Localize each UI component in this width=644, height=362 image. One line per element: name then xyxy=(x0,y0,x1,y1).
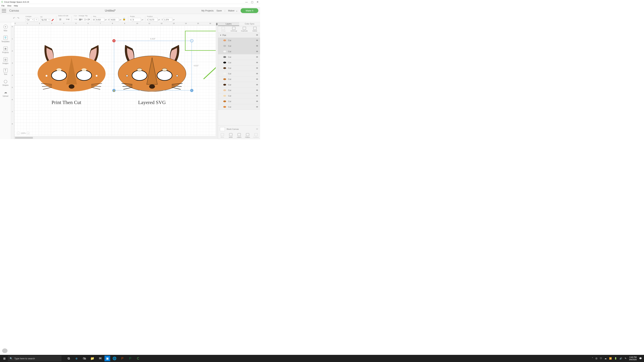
sidebar-shapes[interactable]: ◯Shapes xyxy=(0,78,11,88)
layer-group-fox[interactable]: ▼ Fox xyxy=(218,33,260,38)
visibility-toggle[interactable] xyxy=(256,94,258,97)
layer-item[interactable]: Cut xyxy=(218,71,260,76)
visibility-toggle[interactable] xyxy=(256,39,258,42)
layer-item[interactable]: Cut xyxy=(218,38,260,43)
select-all-icon[interactable]: ⊞ xyxy=(58,17,62,21)
ruler-tick: 3 xyxy=(12,62,13,64)
sidebar-projects[interactable]: ▦Projects xyxy=(0,45,11,55)
visibility-toggle[interactable] xyxy=(256,105,258,108)
select-all-label: Select All xyxy=(58,15,65,17)
selection-lock-handle[interactable]: 🔒 xyxy=(112,89,116,92)
menubar: File View Help xyxy=(0,4,260,7)
visibility-toggle[interactable] xyxy=(256,78,258,81)
layer-item[interactable]: Cut xyxy=(218,76,260,82)
lock-aspect-icon[interactable]: 🔒 xyxy=(122,17,126,21)
layer-item[interactable]: Cut xyxy=(218,65,260,71)
svg-point-25 xyxy=(223,84,226,86)
zoom-out-button[interactable]: − xyxy=(17,132,20,135)
zoom-in-button[interactable]: + xyxy=(26,132,30,135)
layer-item[interactable]: Cut xyxy=(218,93,260,99)
ruler-tick: 4 xyxy=(12,74,13,76)
menu-file[interactable]: File xyxy=(2,5,5,7)
x-input[interactable] xyxy=(149,18,158,21)
sidebar-new[interactable]: +New xyxy=(0,23,11,33)
sidebar-templates[interactable]: 👕Templates xyxy=(0,34,11,44)
linetype-help[interactable]: ? xyxy=(34,18,38,21)
edit-icon[interactable]: ✂▾ xyxy=(66,17,70,21)
ruler-tick: 2 xyxy=(39,22,40,24)
hamburger-menu[interactable] xyxy=(2,9,6,12)
canvas-color-selector[interactable]: Blank Canvas xyxy=(218,125,260,132)
svg-point-22 xyxy=(223,67,226,69)
layer-item[interactable]: Cut xyxy=(218,49,260,54)
sidebar-images[interactable]: ▧Images xyxy=(0,56,11,66)
layer-item[interactable]: Cut xyxy=(218,82,260,88)
close-button[interactable]: ✕ xyxy=(256,0,259,3)
visibility-toggle[interactable] xyxy=(256,50,258,53)
attach-button[interactable]: Attach xyxy=(235,133,243,138)
ruler-tick: 6 xyxy=(88,22,88,24)
flip-icon[interactable]: ▷◁▾ xyxy=(85,17,89,21)
layer-item[interactable]: Cut xyxy=(218,54,260,60)
delete-button[interactable]: Delete xyxy=(251,27,259,32)
visibility-toggle[interactable] xyxy=(256,44,258,47)
selection-delete-handle[interactable]: ✕ xyxy=(112,39,116,42)
visibility-toggle[interactable] xyxy=(256,34,258,36)
tab-layers[interactable]: Layers xyxy=(218,22,239,26)
ruler-vertical: 012345678 xyxy=(11,25,14,139)
separator: | xyxy=(225,9,225,12)
visibility-toggle[interactable] xyxy=(256,56,258,58)
layer-item[interactable]: Cut xyxy=(218,104,260,110)
visibility-toggle[interactable] xyxy=(256,72,258,75)
visibility-toggle[interactable] xyxy=(256,100,258,103)
layer-item[interactable]: Cut xyxy=(218,88,260,93)
machine-select[interactable]: Maker ⌄ xyxy=(228,9,238,12)
rotate-input[interactable] xyxy=(132,18,141,21)
document-title: Untitled* xyxy=(19,9,202,12)
weld-button[interactable]: Weld xyxy=(227,133,235,138)
canvas-grid[interactable]: ✕ ↻ 🔒 ⤡ 6.418" 4.015" Print Then Cut Lay… xyxy=(14,25,218,136)
my-projects-link[interactable]: My Projects xyxy=(202,9,214,12)
canvas-area[interactable]: 012345678910111213141516 012345678 xyxy=(11,22,218,139)
flatten-button[interactable]: Flatten xyxy=(244,133,252,138)
layer-item[interactable]: Cut xyxy=(218,60,260,65)
layer-item[interactable]: Cut xyxy=(218,43,260,49)
app-header: Canvas Untitled* My Projects Save | Make… xyxy=(0,7,260,14)
redo-icon[interactable]: ↷ xyxy=(17,16,19,20)
duplicate-button[interactable]: Duplicate xyxy=(240,27,248,32)
tab-color-sync[interactable]: Color Sync xyxy=(239,22,260,26)
horizontal-scrollbar[interactable]: ▶ xyxy=(14,136,218,139)
hidden-icon[interactable] xyxy=(256,128,258,130)
selection-resize-handle[interactable]: ⤡ xyxy=(190,89,194,92)
height-input[interactable] xyxy=(110,18,119,21)
ruler-horizontal: 012345678910111213141516 xyxy=(14,22,218,25)
visibility-toggle[interactable] xyxy=(256,61,258,64)
height-label: H xyxy=(108,19,110,21)
minimize-button[interactable]: — xyxy=(245,0,248,3)
fill-select[interactable]: No Fill xyxy=(40,18,50,21)
visibility-toggle[interactable] xyxy=(256,89,258,92)
menu-view[interactable]: View xyxy=(7,5,12,7)
fill-swatch[interactable] xyxy=(52,19,54,21)
vertical-scrollbar[interactable] xyxy=(216,22,218,139)
ruler-tick: 0 xyxy=(12,26,13,27)
width-input[interactable] xyxy=(95,18,104,21)
selection-box[interactable]: ✕ ↻ 🔒 ⤡ 6.418" 4.015" xyxy=(114,41,192,90)
y-input[interactable] xyxy=(163,18,172,21)
visibility-toggle[interactable] xyxy=(256,67,258,69)
maximize-button[interactable]: ▢ xyxy=(251,0,253,3)
make-it-button[interactable]: Make It xyxy=(240,8,258,13)
save-link[interactable]: Save xyxy=(216,9,222,12)
undo-icon[interactable]: ↶ xyxy=(13,16,15,20)
menu-help[interactable]: Help xyxy=(14,5,18,7)
ungroup-button[interactable]: UnGroup xyxy=(230,27,238,32)
canvas-swatch xyxy=(220,127,225,131)
linetype-select[interactable]: Cut xyxy=(26,18,34,21)
sidebar-upload[interactable]: ☁Upload xyxy=(0,89,11,98)
arrange-icon[interactable]: ▣▾ xyxy=(78,17,83,21)
sidebar-text[interactable]: TText xyxy=(0,67,11,77)
fox-print-then-cut[interactable] xyxy=(34,41,109,91)
visibility-toggle[interactable] xyxy=(256,83,258,86)
ruler-tick: 13 xyxy=(173,22,174,24)
layer-item[interactable]: Cut xyxy=(218,99,260,104)
